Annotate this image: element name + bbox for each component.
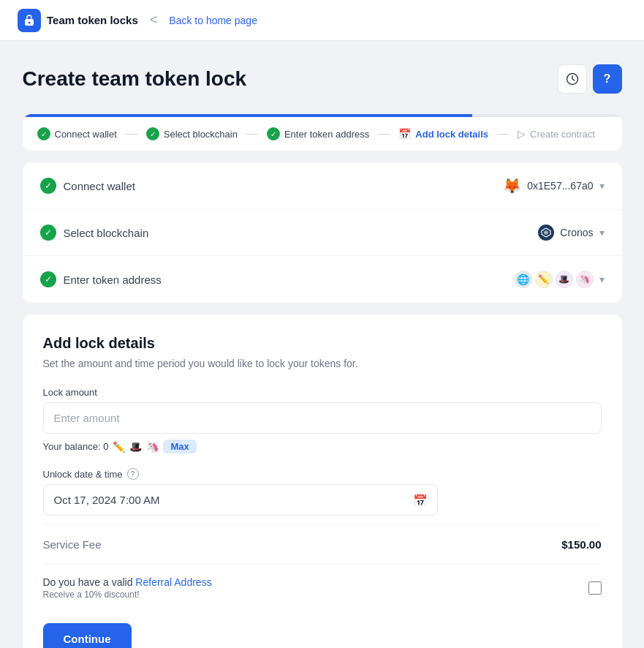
step-select-blockchain: ✓ Select blockchain: [146, 127, 238, 140]
max-button[interactable]: Max: [163, 440, 196, 453]
header-actions: ?: [558, 64, 622, 94]
step-5-icon: ▷: [518, 128, 526, 140]
lock-details-subtitle: Set the amount and time period you would…: [43, 358, 602, 369]
token-icon-2: ✏️: [535, 271, 553, 288]
clock-button[interactable]: [558, 64, 587, 94]
token-icon-4: 🦄: [576, 271, 594, 288]
token-icon-1: 🌐: [515, 271, 532, 288]
completed-steps-card: ✓ Connect wallet 🦊 0x1E57...67a0 ▾ ✓ Sel…: [23, 162, 622, 303]
enter-token-chevron: ▾: [599, 274, 605, 285]
enter-token-right: 🌐 ✏️ 🎩 🦄 ▾: [515, 271, 605, 288]
unlock-date-help-icon[interactable]: ?: [127, 468, 139, 480]
step-3-check: ✓: [267, 127, 280, 140]
amount-input[interactable]: [43, 402, 602, 434]
step-enter-token-address: ✓ Enter token address: [267, 127, 369, 140]
connect-wallet-left: ✓ Connect wallet: [40, 178, 135, 194]
help-icon: ?: [604, 72, 611, 86]
step-1-check: ✓: [37, 127, 50, 140]
balance-row: Your balance: 0 ✏️ 🎩 🦄 Max: [43, 440, 602, 453]
referral-subtitle: Receive a 10% discount!: [43, 589, 212, 600]
sep-3: —: [378, 127, 390, 140]
step-4-icon: 📅: [398, 128, 411, 140]
referral-link[interactable]: Referral Address: [135, 576, 211, 588]
step-create-contract: ▷ Create contract: [518, 128, 595, 140]
wallet-fox-icon: 🦊: [503, 177, 521, 195]
service-fee-label: Service Fee: [43, 538, 102, 551]
referral-title: Do you have a valid Referral Address: [43, 576, 212, 588]
connect-wallet-row[interactable]: ✓ Connect wallet 🦊 0x1E57...67a0 ▾: [23, 162, 622, 210]
date-input[interactable]: [43, 484, 438, 516]
enter-token-address-row[interactable]: ✓ Enter token address 🌐 ✏️ 🎩 🦄 ▾: [23, 256, 622, 303]
sep-2: —: [246, 127, 258, 140]
svg-point-1: [29, 21, 31, 23]
logo-text: Team token locks: [47, 14, 138, 26]
svg-marker-4: [544, 230, 548, 235]
page-title: Create team token lock: [23, 67, 247, 91]
balance-label: Your balance: 0: [43, 441, 109, 452]
date-input-wrapper: 📅: [43, 484, 438, 516]
service-fee-row: Service Fee $150.00: [43, 524, 602, 564]
select-blockchain-right: Cronos ▾: [538, 225, 604, 241]
select-blockchain-row[interactable]: ✓ Select blockchain Cronos ▾: [23, 210, 622, 256]
back-to-home-link[interactable]: Back to home page: [169, 15, 257, 26]
token-icons-group: 🌐 ✏️ 🎩 🦄: [515, 271, 594, 288]
connect-wallet-right: 🦊 0x1E57...67a0 ▾: [503, 177, 604, 195]
unlock-label-row: Unlock date & time ?: [43, 468, 602, 480]
balance-token-icon-3: 🦄: [146, 441, 159, 453]
cronos-icon: [538, 225, 554, 241]
token-icon-3: 🎩: [556, 271, 573, 288]
balance-token-icon-1: ✏️: [113, 441, 125, 453]
step-4-label: Add lock details: [415, 129, 488, 140]
progress-line-fill: [23, 114, 472, 117]
select-blockchain-label: Select blockchain: [64, 227, 149, 239]
enter-token-check: ✓: [40, 271, 56, 287]
add-lock-details-card: Add lock details Set the amount and time…: [23, 314, 622, 648]
page-header: Create team token lock ?: [23, 64, 622, 94]
wallet-address: 0x1E57...67a0: [527, 180, 593, 192]
nav-divider: <: [150, 12, 158, 28]
connect-wallet-check: ✓: [40, 178, 56, 194]
step-2-label: Select blockchain: [164, 129, 238, 140]
logo: Team token locks: [18, 9, 138, 32]
enter-token-label: Enter token address: [64, 274, 162, 286]
continue-button[interactable]: Continue: [43, 623, 132, 648]
progress-line: [23, 114, 622, 117]
step-connect-wallet: ✓ Connect wallet: [37, 127, 117, 140]
sep-4: —: [497, 127, 509, 140]
balance-token-icon-2: 🎩: [129, 441, 142, 453]
step-5-label: Create contract: [530, 129, 595, 140]
service-fee-value: $150.00: [561, 538, 601, 551]
lock-details-title: Add lock details: [43, 335, 602, 352]
unlock-date-field: Unlock date & time ? 📅: [43, 468, 602, 516]
step-3-label: Enter token address: [284, 129, 369, 140]
select-blockchain-chevron: ▾: [599, 227, 605, 238]
enter-token-left: ✓ Enter token address: [40, 271, 162, 287]
sep-1: —: [126, 127, 137, 140]
lock-amount-label: Lock amount: [43, 387, 602, 398]
top-navigation: Team token locks < Back to home page: [0, 0, 644, 41]
referral-left: Do you have a valid Referral Address Rec…: [43, 576, 212, 600]
logo-icon: [18, 9, 41, 32]
unlock-date-label: Unlock date & time: [43, 469, 123, 480]
steps-row: ✓ Connect wallet — ✓ Select blockchain —…: [23, 117, 622, 151]
referral-row: Do you have a valid Referral Address Rec…: [43, 564, 602, 611]
progress-steps: ✓ Connect wallet — ✓ Select blockchain —…: [23, 114, 622, 151]
select-blockchain-left: ✓ Select blockchain: [40, 225, 149, 241]
select-blockchain-check: ✓: [40, 225, 56, 241]
help-button[interactable]: ?: [593, 64, 622, 94]
connect-wallet-label: Connect wallet: [64, 180, 135, 192]
lock-amount-field: Lock amount Your balance: 0 ✏️ 🎩 🦄 Max: [43, 387, 602, 453]
connect-wallet-chevron: ▾: [599, 180, 605, 192]
step-1-label: Connect wallet: [55, 129, 117, 140]
step-2-check: ✓: [146, 127, 159, 140]
referral-checkbox[interactable]: [588, 581, 602, 595]
step-add-lock-details: 📅 Add lock details: [398, 128, 488, 140]
blockchain-name: Cronos: [560, 227, 593, 238]
